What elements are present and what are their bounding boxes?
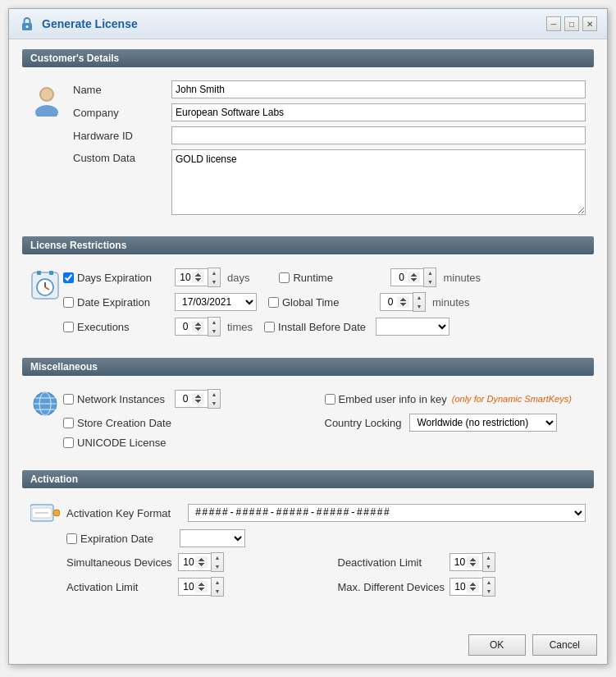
runtime-unit: minutes xyxy=(443,272,481,284)
executions-check[interactable] xyxy=(63,322,74,332)
activation-body: Activation Key Format #####-#####-#####-… xyxy=(22,496,594,606)
expiration-date-check[interactable] xyxy=(66,533,77,544)
embed-checkbox[interactable]: Embed user info in key xyxy=(325,393,447,405)
runtime-spin-up[interactable]: ▲ xyxy=(424,268,436,277)
restrictions-body: Days Expiration ▲ ▼ days xyxy=(22,263,594,346)
install-before-select[interactable] xyxy=(376,318,449,336)
runtime-checkbox[interactable]: Runtime xyxy=(279,272,386,284)
expiration-date-select[interactable] xyxy=(180,529,245,547)
store-creation-area: Store Creation Date xyxy=(63,417,325,429)
restrictions-content: Days Expiration ▲ ▼ days xyxy=(63,268,586,341)
global-time-unit: minutes xyxy=(432,296,470,309)
customer-section: Customer's Details Name xyxy=(22,49,594,225)
days-spin-down[interactable]: ▼ xyxy=(208,277,220,286)
max-different-spin-down[interactable]: ▼ xyxy=(483,587,495,596)
max-different-spin-up[interactable]: ▲ xyxy=(483,578,495,587)
days-spin-up[interactable]: ▲ xyxy=(208,268,220,277)
lock-icon xyxy=(19,16,35,32)
activation-limit-spin-up[interactable]: ▲ xyxy=(212,578,223,587)
hardware-label: Hardware ID xyxy=(73,130,171,142)
maximize-button[interactable]: □ xyxy=(564,16,579,31)
simultaneous-spinbox: ▲ ▼ xyxy=(178,552,224,572)
simultaneous-spin-up[interactable]: ▲ xyxy=(212,553,223,562)
svg-rect-9 xyxy=(37,271,41,275)
install-before-checkbox[interactable]: Install Before Date xyxy=(264,321,371,333)
runtime-check[interactable] xyxy=(279,272,290,283)
activation-limit-value-input[interactable] xyxy=(178,578,211,596)
global-time-value-input[interactable] xyxy=(380,293,413,311)
key-format-label: Activation Key Format xyxy=(66,507,181,519)
executions-spin-up[interactable]: ▲ xyxy=(208,318,220,327)
name-label: Name xyxy=(73,84,171,96)
simultaneous-spin-down[interactable]: ▼ xyxy=(212,562,223,571)
global-time-spinbox: ▲ ▼ xyxy=(380,292,426,312)
restriction-row-1: Days Expiration ▲ ▼ days xyxy=(63,268,586,287)
expiration-date-checkbox[interactable]: Expiration Date xyxy=(66,533,173,545)
executions-spin-down[interactable]: ▼ xyxy=(208,327,220,336)
max-different-label: Max. Different Devices xyxy=(338,581,445,593)
runtime-spin-buttons: ▲ ▼ xyxy=(423,268,436,287)
days-expiration-check[interactable] xyxy=(63,272,74,283)
key-format-select[interactable]: #####-#####-#####-#####-##### xyxy=(188,504,586,522)
miscellaneous-section: Miscellaneous xyxy=(22,358,594,459)
date-expiration-check[interactable] xyxy=(63,297,74,308)
misc-row-1: Network Instances ▲ ▼ xyxy=(63,389,586,409)
unicode-check[interactable] xyxy=(63,437,74,448)
activation-limit-spin-down[interactable]: ▼ xyxy=(212,587,223,596)
close-button[interactable]: ✕ xyxy=(582,16,597,31)
simultaneous-label: Simultaneous Devices xyxy=(66,556,173,569)
max-different-spin-buttons: ▲ ▼ xyxy=(482,577,495,597)
title-bar-left: Generate License xyxy=(19,16,138,32)
executions-checkbox[interactable]: Executions xyxy=(63,321,170,333)
simultaneous-value-input[interactable] xyxy=(178,553,211,571)
deactivation-spin-up[interactable]: ▲ xyxy=(483,553,495,562)
country-select[interactable]: Worldwide (no restriction) xyxy=(409,414,557,432)
misc-content: Network Instances ▲ ▼ xyxy=(63,389,586,454)
activation-limit-label: Activation Limit xyxy=(66,581,173,593)
store-creation-check[interactable] xyxy=(63,418,74,428)
max-different-value-input[interactable] xyxy=(449,578,482,596)
network-instances-checkbox[interactable]: Network Instances xyxy=(63,393,170,405)
company-row: Company xyxy=(73,103,586,121)
install-before-area: Install Before Date xyxy=(264,318,449,336)
key-icon xyxy=(30,501,60,524)
ok-button[interactable]: OK xyxy=(468,634,526,656)
cancel-button[interactable]: Cancel xyxy=(532,634,597,656)
main-window: Generate License ─ □ ✕ Customer's Detail… xyxy=(8,8,608,665)
global-time-spin-up[interactable]: ▲ xyxy=(413,293,425,302)
network-spin-down[interactable]: ▼ xyxy=(208,399,220,408)
deactivation-spin-down[interactable]: ▼ xyxy=(483,562,495,571)
name-input[interactable] xyxy=(171,80,586,98)
custom-data-label: Custom Data xyxy=(73,149,171,164)
hardware-input[interactable] xyxy=(171,126,586,144)
embed-check[interactable] xyxy=(325,394,335,405)
misc-row-2: Store Creation Date Country Locking Worl… xyxy=(63,414,586,432)
network-spin-up[interactable]: ▲ xyxy=(208,390,220,399)
days-expiration-checkbox[interactable]: Days Expiration xyxy=(63,272,170,284)
global-time-checkbox[interactable]: Global Time xyxy=(268,296,375,309)
deactivation-label: Deactivation Limit xyxy=(338,556,445,569)
install-before-check[interactable] xyxy=(264,322,275,332)
svg-point-1 xyxy=(26,25,29,28)
runtime-spin-down[interactable]: ▼ xyxy=(424,277,436,286)
date-expiration-select[interactable]: 17/03/2021 xyxy=(175,293,257,311)
deactivation-value-input[interactable] xyxy=(449,553,482,571)
network-instances-check[interactable] xyxy=(63,394,74,405)
global-time-spin-down[interactable]: ▼ xyxy=(413,302,425,311)
runtime-value-input[interactable] xyxy=(390,268,423,286)
unicode-checkbox[interactable]: UNICODE License xyxy=(63,437,170,449)
global-time-check[interactable] xyxy=(268,297,279,308)
days-spinbox: ▲ ▼ xyxy=(175,268,221,287)
store-creation-checkbox[interactable]: Store Creation Date xyxy=(63,417,171,429)
svg-point-3 xyxy=(35,105,58,117)
activation-limit-spin-buttons: ▲ ▼ xyxy=(211,577,224,597)
custom-data-input[interactable]: GOLD license xyxy=(171,149,586,215)
days-value-input[interactable] xyxy=(175,268,208,286)
executions-value-input[interactable] xyxy=(175,318,208,336)
avatar-icon xyxy=(30,84,63,117)
date-expiration-checkbox[interactable]: Date Expiration xyxy=(63,296,170,309)
company-input[interactable] xyxy=(171,103,586,121)
network-value-input[interactable] xyxy=(175,390,208,408)
network-instances-area: Network Instances ▲ ▼ xyxy=(63,389,325,409)
minimize-button[interactable]: ─ xyxy=(546,16,561,31)
